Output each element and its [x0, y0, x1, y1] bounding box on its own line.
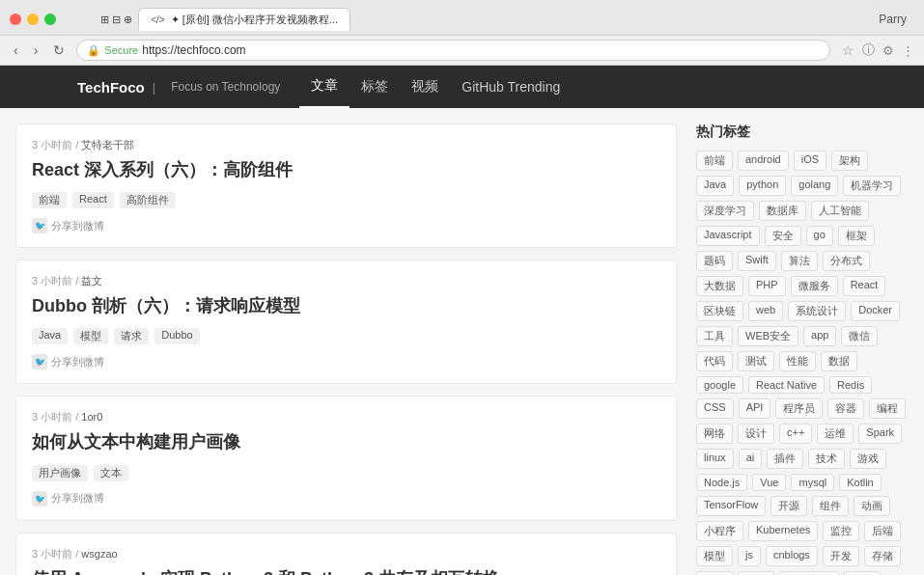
- menu-icon[interactable]: ⋮: [902, 43, 914, 58]
- article-title[interactable]: 使用 Anaconda 实现 Python 2 和 Python 3 共存及相互…: [32, 567, 660, 575]
- tag[interactable]: Dubbo: [154, 328, 199, 344]
- hot-tag[interactable]: 框架: [838, 226, 875, 246]
- hot-tag[interactable]: 模式: [738, 571, 774, 575]
- hot-tag[interactable]: golang: [791, 176, 838, 196]
- hot-tag[interactable]: Java: [696, 176, 734, 196]
- hot-tag[interactable]: 系统设计: [788, 301, 846, 321]
- article-title[interactable]: 如何从文本中构建用户画像: [32, 430, 660, 454]
- tag[interactable]: 高阶组件: [120, 192, 176, 208]
- hot-tag[interactable]: Docker: [851, 301, 900, 321]
- nav-item-tags[interactable]: 标签: [350, 66, 400, 108]
- tag[interactable]: 文本: [94, 465, 128, 481]
- hot-tag[interactable]: 小程序: [696, 521, 743, 541]
- hot-tag[interactable]: 安全: [765, 226, 801, 246]
- hot-tag[interactable]: 深度学习: [696, 201, 754, 221]
- maximize-dot[interactable]: [44, 14, 56, 25]
- hot-tag[interactable]: ai: [739, 449, 763, 469]
- hot-tag[interactable]: linux: [696, 449, 734, 469]
- hot-tag[interactable]: 游戏: [850, 449, 886, 469]
- hot-tag[interactable]: PHP: [748, 276, 786, 296]
- browser-tab[interactable]: </> ✦ [原创] 微信小程序开发视频教程... ✕: [138, 8, 350, 31]
- reload-button[interactable]: ↻: [49, 41, 69, 60]
- extensions-icon[interactable]: ⚙: [882, 43, 894, 58]
- hot-tag[interactable]: 插件: [767, 449, 803, 469]
- hot-tag[interactable]: python: [739, 176, 786, 196]
- hot-tag[interactable]: 分布式: [823, 251, 870, 271]
- hot-tag[interactable]: Spark: [858, 424, 902, 444]
- tag[interactable]: 前端: [32, 192, 67, 208]
- hot-tag[interactable]: Vue: [752, 474, 786, 491]
- hot-tag[interactable]: c++: [779, 424, 812, 444]
- hot-tag[interactable]: 代码: [696, 351, 733, 371]
- share-button[interactable]: 🐦分享到微博: [32, 218, 104, 233]
- hot-tag[interactable]: 编程: [869, 398, 906, 419]
- hot-tag[interactable]: 容器: [827, 398, 864, 419]
- nav-item-articles[interactable]: 文章: [299, 66, 350, 108]
- hot-tag[interactable]: Kotlin: [839, 474, 882, 491]
- hot-tag[interactable]: 监控: [823, 521, 859, 541]
- minimize-dot[interactable]: [27, 14, 39, 25]
- hot-tag[interactable]: js: [738, 546, 761, 566]
- hot-tag[interactable]: Swift: [738, 251, 776, 271]
- hot-tag[interactable]: android: [738, 151, 789, 171]
- hot-tag[interactable]: 内存: [844, 571, 881, 575]
- hot-tag[interactable]: web: [748, 301, 783, 321]
- hot-tag[interactable]: 存储: [864, 546, 901, 566]
- hot-tag[interactable]: 性能: [779, 351, 816, 371]
- nav-item-github[interactable]: GitHub Trending: [450, 66, 572, 108]
- hot-tag[interactable]: 题码: [696, 251, 733, 271]
- article-title[interactable]: Dubbo 剖析（六）：请求响应模型: [32, 294, 660, 318]
- hot-tag[interactable]: 运维: [817, 424, 854, 444]
- hot-tag[interactable]: 开源: [770, 496, 807, 516]
- article-title[interactable]: React 深入系列（六）：高阶组件: [32, 158, 660, 182]
- share-button[interactable]: 🐦分享到微博: [32, 491, 104, 507]
- hot-tag[interactable]: 数据库: [759, 201, 806, 221]
- tab-close[interactable]: ✕: [348, 14, 350, 25]
- hot-tag[interactable]: 大数据: [696, 276, 743, 296]
- forward-button[interactable]: ›: [30, 41, 42, 60]
- hot-tag[interactable]: TensorFlow: [696, 496, 766, 516]
- back-button[interactable]: ‹: [10, 41, 22, 60]
- tag[interactable]: Java: [32, 328, 68, 344]
- hot-tag[interactable]: Kubernetes: [748, 521, 818, 541]
- hot-tag[interactable]: 技术: [808, 449, 845, 469]
- hot-tag[interactable]: 工具: [696, 326, 733, 346]
- hot-tag[interactable]: go: [806, 226, 833, 246]
- nav-item-video[interactable]: 视频: [400, 66, 450, 108]
- hot-tag[interactable]: API: [739, 398, 771, 419]
- hot-tag[interactable]: 程序员: [775, 398, 823, 419]
- hot-tag[interactable]: 组件: [812, 496, 849, 516]
- hot-tag[interactable]: Node.js: [696, 474, 747, 491]
- site-logo[interactable]: TechFoco: [77, 79, 145, 96]
- hot-tag[interactable]: 算法: [781, 251, 818, 271]
- hot-tag[interactable]: CSS: [696, 398, 734, 419]
- hot-tag[interactable]: 架构: [831, 151, 868, 171]
- hot-tag[interactable]: 网络: [696, 424, 733, 444]
- hot-tag[interactable]: 区块链: [696, 301, 743, 321]
- close-dot[interactable]: [10, 14, 21, 25]
- hot-tag[interactable]: 模型: [696, 546, 733, 566]
- hot-tag[interactable]: mysql: [791, 474, 834, 491]
- hot-tag[interactable]: 设计: [738, 424, 774, 444]
- hot-tag[interactable]: 微信: [841, 326, 878, 346]
- hot-tag[interactable]: 后端: [864, 521, 901, 541]
- hot-tag[interactable]: Webpack: [779, 571, 839, 575]
- hot-tag[interactable]: WEB安全: [738, 326, 798, 346]
- hot-tag[interactable]: 日志: [696, 571, 733, 575]
- hot-tag[interactable]: 开发: [823, 546, 859, 566]
- hot-tag[interactable]: cnblogs: [766, 546, 818, 566]
- share-button[interactable]: 🐦分享到微博: [32, 354, 104, 370]
- bookmark-icon[interactable]: ☆: [842, 42, 854, 58]
- hot-tag[interactable]: 动画: [854, 496, 890, 516]
- hot-tag[interactable]: Javascript: [696, 226, 760, 246]
- tag[interactable]: 请求: [114, 328, 149, 344]
- hot-tag[interactable]: 数据: [821, 351, 857, 371]
- hot-tag[interactable]: 机器学习: [843, 176, 901, 196]
- hot-tag[interactable]: iOS: [794, 151, 826, 171]
- hot-tag[interactable]: React Native: [748, 376, 825, 394]
- tag[interactable]: 模型: [73, 328, 108, 344]
- hot-tag[interactable]: Redis: [829, 376, 872, 394]
- hot-tag[interactable]: app: [803, 326, 836, 346]
- hot-tag[interactable]: React: [843, 276, 886, 296]
- hot-tag[interactable]: 前端: [696, 151, 733, 171]
